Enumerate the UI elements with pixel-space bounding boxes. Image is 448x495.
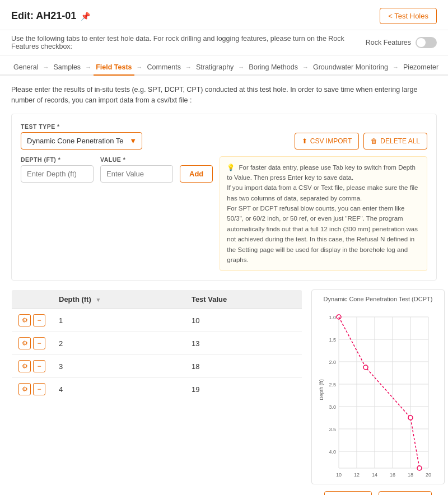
svg-text:12: 12 [354, 472, 360, 478]
row-actions: ⚙ − [18, 360, 45, 372]
svg-text:3.5: 3.5 [329, 427, 336, 432]
svg-point-29 [363, 365, 368, 370]
section-description: Please enter the results of in-situ test… [11, 85, 437, 106]
row-actions: ⚙ − [18, 383, 45, 395]
upload-icon: ⬆ [302, 137, 307, 145]
trash-icon: 🗑 [371, 137, 377, 145]
subheader-text: Use the following tabs to enter test hol… [11, 35, 366, 50]
table-row: ⚙ − 4 19 [12, 378, 302, 401]
tab-piezometer[interactable]: Piezometer [401, 60, 441, 74]
svg-text:1.5: 1.5 [329, 337, 336, 343]
nav-arrow-1: → [43, 64, 49, 71]
rock-features-toggle[interactable] [416, 37, 437, 48]
test-holes-button[interactable]: < Test Holes [380, 8, 437, 24]
nav-arrow-5: → [238, 64, 244, 71]
row-settings-button[interactable]: ⚙ [18, 337, 31, 349]
chart-container: Dynamic Cone Penetration Test (DCPT) [311, 289, 445, 484]
dcpt-chart: 10 12 14 16 18 20 1.0 1.5 2.0 2.5 3.0 3.… [316, 306, 440, 479]
row-minus-button[interactable]: − [33, 314, 45, 326]
table-row: ⚙ − 3 18 [12, 355, 302, 378]
nav-arrow-3: → [137, 64, 143, 71]
csv-import-button[interactable]: ⬆ CSV IMPORT [295, 133, 359, 150]
row-depth: 4 [52, 378, 185, 401]
svg-text:3.0: 3.0 [329, 404, 336, 410]
row-value: 18 [185, 355, 302, 378]
csv-download-button[interactable]: ⬇ CSV [324, 491, 372, 495]
value-label: VALUE * [100, 156, 173, 163]
nav-arrow-6: → [302, 64, 309, 71]
col-value-header: Test Value [185, 290, 302, 309]
row-actions: ⚙ − [18, 337, 45, 349]
tab-comments[interactable]: Comments [145, 60, 183, 74]
rock-features-label: Rock Features [366, 39, 411, 46]
tab-stratigraphy[interactable]: Stratigraphy [194, 60, 236, 74]
row-value: 13 [185, 332, 302, 355]
row-depth: 1 [52, 309, 185, 332]
row-minus-button[interactable]: − [33, 337, 45, 349]
svg-text:14: 14 [372, 472, 377, 478]
svg-text:20: 20 [426, 472, 431, 478]
tab-boring-methods[interactable]: Boring Methods [246, 60, 300, 74]
row-settings-button[interactable]: ⚙ [18, 383, 31, 395]
hint-text: For faster data entry, please use Tab ke… [227, 164, 418, 264]
image-download-button[interactable]: ⬇ Image [379, 491, 432, 495]
pin-icon[interactable]: 📌 [81, 12, 90, 21]
bulb-icon: 💡 [227, 164, 235, 171]
depth-label: DEPTH (FT) * [21, 156, 94, 163]
nav-arrow-4: → [185, 64, 192, 71]
tab-general[interactable]: General [11, 60, 40, 74]
test-type-select[interactable]: Dynamic Cone Penetration Te [21, 132, 142, 150]
col-depth-header: Depth (ft) ▼ [52, 290, 185, 309]
svg-text:Depth (ft): Depth (ft) [319, 380, 324, 401]
nav-arrow-2: → [85, 64, 91, 71]
svg-text:4.0: 4.0 [329, 449, 336, 455]
tab-groundwater[interactable]: Groundwater Monitoring [311, 60, 390, 74]
row-depth: 3 [52, 355, 185, 378]
svg-text:2.0: 2.0 [329, 359, 336, 365]
table-row: ⚙ − 1 10 [12, 309, 302, 332]
toggle-knob [417, 38, 426, 47]
tab-samples[interactable]: Samples [51, 60, 83, 74]
row-value: 10 [185, 309, 302, 332]
svg-text:1.0: 1.0 [329, 315, 336, 320]
svg-text:18: 18 [408, 472, 413, 478]
delete-all-button[interactable]: 🗑 DELETE ALL [363, 133, 427, 150]
tab-field-tests[interactable]: Field Tests [94, 60, 134, 76]
svg-text:16: 16 [390, 472, 395, 478]
col-actions [12, 290, 53, 309]
row-settings-button[interactable]: ⚙ [18, 360, 31, 372]
svg-text:10: 10 [336, 472, 342, 478]
nav-tabs: General → Samples → Field Tests → Commen… [0, 55, 448, 76]
row-actions: ⚙ − [18, 314, 45, 326]
svg-point-31 [417, 466, 422, 470]
table-row: ⚙ − 2 13 [12, 332, 302, 355]
page-title: Edit: AH21-01 [11, 10, 76, 22]
depth-input[interactable] [21, 165, 94, 183]
add-button[interactable]: Add [180, 165, 213, 183]
row-settings-button[interactable]: ⚙ [18, 314, 31, 326]
sort-icon: ▼ [95, 297, 101, 303]
svg-point-30 [408, 415, 413, 420]
nav-arrow-7: → [393, 64, 399, 71]
row-minus-button[interactable]: − [33, 383, 45, 395]
row-depth: 2 [52, 332, 185, 355]
value-input[interactable] [100, 165, 173, 183]
svg-text:2.5: 2.5 [329, 382, 336, 387]
row-minus-button[interactable]: − [33, 360, 45, 372]
chart-title: Dynamic Cone Penetration Test (DCPT) [316, 296, 440, 302]
row-value: 19 [185, 378, 302, 401]
test-type-label: TEST TYPE * [21, 123, 142, 130]
data-table: Depth (ft) ▼ Test Value ⚙ − 1 10 [11, 289, 302, 401]
hint-box: 💡 For faster data entry, please use Tab … [220, 156, 427, 272]
